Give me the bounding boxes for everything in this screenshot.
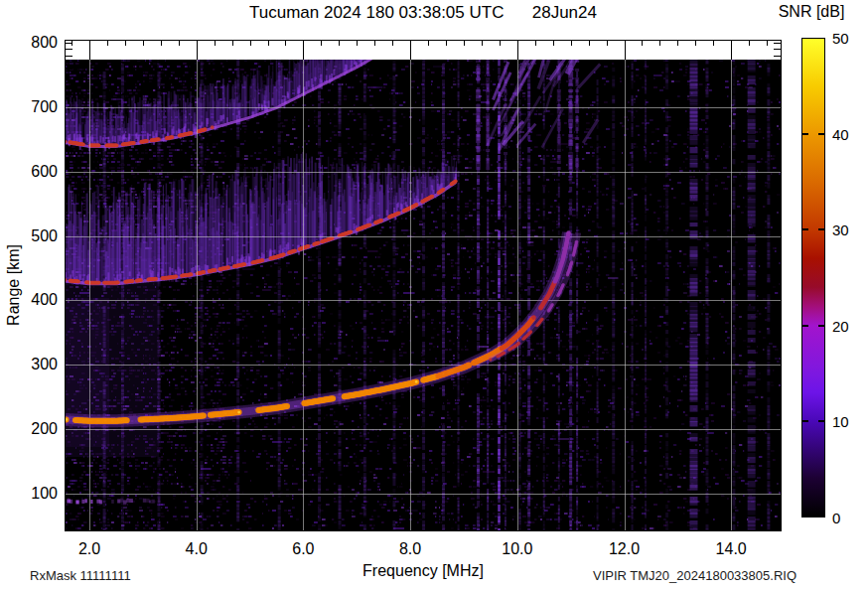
- colorbar-tick-mark: [801, 420, 808, 422]
- colorbar-tick-mark: [818, 133, 825, 135]
- ionogram-canvas: [65, 40, 782, 531]
- y-tick-label: 500: [18, 227, 58, 245]
- colorbar-tick-mark: [801, 325, 808, 327]
- filename-text: VIPIR TMJ20_2024180033805.RIQ: [593, 568, 796, 583]
- colorbar-tick-mark: [801, 228, 808, 230]
- x-tick-label: 4.0: [186, 540, 208, 558]
- y-tick-label: 100: [18, 485, 58, 503]
- y-axis-title: Range [km]: [5, 235, 23, 335]
- colorbar-tick-label: 40: [832, 125, 849, 142]
- y-tick-label: 600: [18, 163, 58, 181]
- y-tick-label: 700: [18, 98, 58, 116]
- y-tick-label: 200: [18, 420, 58, 438]
- colorbar-tick-label: 20: [832, 317, 849, 334]
- x-tick-label: 10.0: [502, 540, 532, 558]
- y-tick-label: 400: [18, 291, 58, 309]
- x-tick-label: 8.0: [399, 540, 421, 558]
- x-tick-label: 6.0: [292, 540, 314, 558]
- y-tick-label: 800: [18, 34, 58, 52]
- colorbar-tick-label: 10: [832, 413, 849, 430]
- x-tick-label: 12.0: [609, 540, 640, 558]
- colorbar-tick-label: 0: [832, 510, 840, 526]
- x-tick-label: 14.0: [716, 540, 747, 558]
- ionogram-figure: Tucuman 2024 180 03:38:05 UTC 28Jun24 SN…: [0, 0, 868, 591]
- colorbar-tick-mark: [818, 228, 825, 230]
- colorbar-tick-label: 50: [832, 30, 849, 47]
- colorbar-title: SNR [dB]: [755, 3, 868, 21]
- colorbar-tick-mark: [818, 325, 825, 327]
- colorbar-tick-mark: [818, 420, 825, 422]
- colorbar-tick-mark: [801, 133, 808, 135]
- rxmask-text: RxMask 11111111: [30, 568, 131, 583]
- colorbar-tick-label: 30: [832, 222, 849, 238]
- x-tick-label: 2.0: [78, 540, 100, 558]
- snr-colorbar: [801, 38, 825, 517]
- y-tick-label: 300: [18, 356, 58, 373]
- plot-title: Tucuman 2024 180 03:38:05 UTC 28Jun24: [65, 3, 782, 23]
